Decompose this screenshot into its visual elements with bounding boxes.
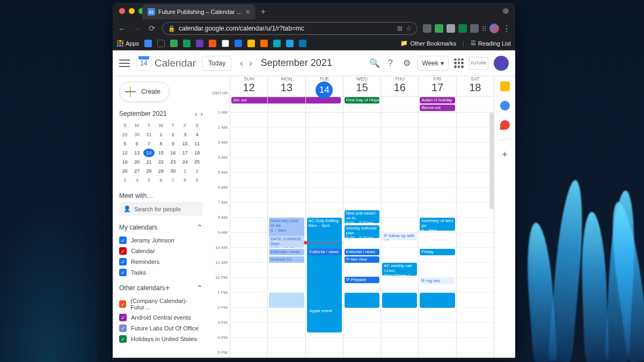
mini-day-cell[interactable]: 5 [143, 176, 155, 184]
calendar-checkbox[interactable]: ✓ [119, 324, 127, 332]
mini-day-cell[interactable]: 3 [119, 176, 130, 184]
mini-day-cell[interactable]: 8 [179, 176, 191, 184]
hour-grid[interactable] [457, 113, 494, 358]
calendar-checkbox[interactable]: ✓ [119, 269, 127, 276]
calendar-item[interactable]: ✓Android Central events [119, 312, 203, 323]
reading-list[interactable]: ☰Reading List [471, 40, 511, 47]
calendar-event[interactable]: Android 12 planning [269, 256, 304, 263]
calendar-item[interactable]: ✓(Company Calendar)-Futur… [119, 296, 203, 312]
mini-day-cell[interactable]: 30 [131, 130, 142, 139]
keep-icon[interactable] [500, 82, 510, 91]
allday-row[interactable] [268, 97, 305, 113]
allday-row[interactable] [457, 97, 494, 113]
hour-grid[interactable]: Summary post of we8 – 9amDATE CHANGE Sep… [268, 113, 305, 358]
allday-row[interactable] [381, 97, 418, 113]
calendar-checkbox[interactable]: ✓ [119, 247, 127, 255]
calendar-event[interactable]: AC Duty Editing8am – 4pm [307, 218, 342, 333]
allday-row[interactable] [306, 97, 343, 113]
mini-day-cell[interactable]: 2 [167, 130, 179, 139]
day-header[interactable]: SAT18 [457, 76, 494, 97]
google-apps-button[interactable] [454, 58, 464, 68]
calendar-event[interactable]: Apple event plannin [308, 308, 342, 314]
mini-day-cell[interactable]: 3 [179, 130, 191, 139]
help-button[interactable]: ? [385, 58, 396, 69]
calendar-event[interactable]: ⟳ log into Audible a [420, 278, 455, 284]
allday-row[interactable]: First Day of Hispan [343, 97, 380, 113]
search-button[interactable]: 🔍 [369, 58, 380, 69]
bookmark-icon[interactable] [260, 40, 268, 47]
mini-prev-button[interactable]: ‹ [195, 109, 197, 118]
mini-day-cell[interactable]: 20 [131, 158, 142, 166]
other-calendars-header[interactable]: Other calendars + ⌃ [119, 283, 203, 293]
calendar-event[interactable] [345, 293, 379, 308]
add-panel-button[interactable]: + [500, 150, 510, 159]
mini-day-cell[interactable]: 25 [192, 158, 203, 166]
mini-day-cell[interactable]: 1 [155, 130, 166, 139]
calendar-event[interactable]: summary of wed po8 – 9am [420, 218, 455, 231]
calendar-event[interactable]: ⟳ Prepare report fo [345, 277, 379, 283]
extension-icon[interactable] [470, 24, 479, 33]
mini-day-cell[interactable]: 24 [179, 158, 191, 166]
mini-day-cell[interactable]: 7 [143, 139, 155, 148]
extensions-menu-icon[interactable]: ⁝⁝ [482, 24, 486, 33]
calendar-event[interactable]: Editorial / news pitc [308, 249, 342, 255]
mini-day-cell[interactable]: 2 [192, 167, 203, 175]
mini-day-cell[interactable]: 19 [119, 158, 130, 166]
calendar-logo[interactable]: 14 Calendar [136, 56, 196, 71]
add-calendar-button[interactable]: + [165, 283, 170, 293]
mini-day-cell[interactable]: 21 [143, 158, 155, 166]
bookmark-icon[interactable] [299, 40, 306, 47]
calendar-event[interactable]: New poll based on to7:30 – 8:30am [345, 210, 379, 223]
mini-day-cell[interactable]: 22 [155, 158, 166, 166]
bookmark-icon[interactable] [196, 40, 203, 47]
day-header[interactable]: TUE14 [306, 76, 343, 97]
day-header[interactable]: THU16 [381, 76, 418, 97]
calendar-item[interactable]: ✓Holidays in United States [119, 334, 203, 344]
mini-day-cell[interactable]: 29 [155, 167, 166, 175]
forward-button[interactable]: → [132, 24, 142, 33]
create-event-button[interactable]: Create [119, 82, 170, 102]
calendar-checkbox[interactable]: ✓ [119, 335, 127, 343]
calendar-checkbox[interactable]: ✓ [119, 300, 126, 308]
tasks-icon[interactable] [500, 101, 510, 110]
back-button[interactable]: ← [117, 24, 127, 33]
calendar-event[interactable] [420, 293, 455, 308]
mini-day-cell[interactable]: 9 [192, 176, 203, 184]
allday-event[interactable]: Becca out [420, 105, 455, 111]
mini-day-cell[interactable]: 4 [192, 130, 203, 139]
hour-grid[interactable]: summary of wed po8 – 9amFriday breakdown… [419, 113, 456, 358]
today-button[interactable]: Today [202, 56, 231, 71]
mini-day-cell[interactable]: 16 [167, 149, 179, 157]
mini-day-cell[interactable]: 12 [119, 149, 130, 157]
mini-day-cell[interactable]: 6 [131, 139, 142, 148]
new-tab-button[interactable]: + [261, 7, 266, 17]
mini-day-cell[interactable]: 31 [143, 130, 155, 139]
calendar-event[interactable]: AC weekly call11am, https://meet.g [382, 263, 417, 276]
calendar-event[interactable]: Friday breakdown / [420, 249, 455, 255]
mini-day-cell[interactable]: 1 [179, 167, 191, 175]
close-window-button[interactable] [119, 8, 125, 14]
extension-icon[interactable] [423, 24, 431, 33]
mini-day-cell[interactable]: 17 [179, 149, 191, 157]
calendar-event[interactable]: Weekly editorial plan8:30 – 9:30am [345, 225, 379, 238]
day-header[interactable]: MON13 [268, 76, 305, 97]
next-period-button[interactable]: › [247, 57, 254, 69]
calendar-checkbox[interactable]: ✓ [119, 314, 127, 321]
hour-grid[interactable]: AC Duty Editing8am – 4pmEditorial / news… [306, 113, 343, 358]
calendar-event[interactable]: ⟳ two new editorial [345, 256, 379, 263]
url-input[interactable]: 🔒 calendar.google.com/calendar/u/1/r?tab… [162, 22, 418, 35]
calendar-item[interactable]: ✓Jeramy Johnson [119, 235, 203, 246]
hour-grid[interactable] [230, 113, 267, 358]
bookmark-icon[interactable] [273, 40, 281, 47]
mini-day-cell[interactable]: 26 [119, 167, 130, 175]
mini-day-cell[interactable]: 29 [119, 130, 130, 139]
mini-day-cell[interactable]: 4 [131, 176, 142, 184]
mini-day-cell[interactable]: 27 [131, 167, 142, 175]
prev-period-button[interactable]: ‹ [238, 57, 245, 69]
mini-day-cell[interactable]: 7 [167, 176, 179, 184]
maps-icon[interactable] [500, 120, 510, 130]
extension-icon[interactable] [435, 24, 443, 33]
account-avatar[interactable] [494, 56, 509, 71]
calendar-checkbox[interactable]: ✓ [119, 258, 127, 265]
day-header[interactable]: SUN12 [230, 76, 267, 97]
